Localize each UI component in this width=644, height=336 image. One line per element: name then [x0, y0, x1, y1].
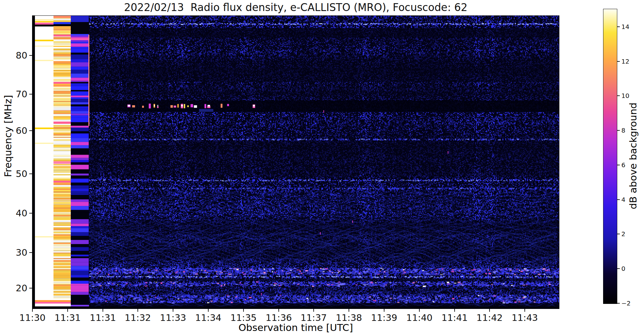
y-tick-mark — [29, 174, 32, 174]
colorbar-tick-mark — [617, 268, 620, 269]
colorbar-tick-mark — [617, 130, 620, 131]
y-tick-label: 30 — [8, 247, 27, 258]
spectrogram-heatmap — [32, 16, 559, 309]
x-tick-mark — [137, 309, 138, 312]
colorbar-tick-label: 6 — [621, 161, 625, 169]
y-tick-mark — [29, 94, 32, 94]
x-tick-label: 11:35 — [230, 312, 257, 323]
y-tick-label: 80 — [8, 50, 27, 61]
y-tick-mark — [29, 130, 32, 131]
x-tick-mark — [489, 309, 490, 312]
colorbar-tick-mark — [617, 95, 620, 96]
x-tick-label: 11:34 — [195, 312, 221, 323]
x-tick-label: 11:40 — [406, 312, 433, 323]
colorbar-tick-label: 14 — [621, 23, 629, 31]
x-tick-mark — [32, 309, 33, 312]
x-tick-label: 11:38 — [336, 312, 362, 323]
x-tick-mark — [173, 309, 173, 312]
colorbar-tick-label: 10 — [621, 92, 629, 100]
plot-frame — [32, 15, 559, 309]
x-tick-label: 11:30 — [19, 312, 46, 323]
colorbar-tick-mark — [617, 234, 620, 234]
colorbar-tick-mark — [617, 26, 620, 27]
y-tick-mark — [29, 288, 32, 288]
x-tick-mark — [454, 309, 455, 312]
colorbar-tick-label: −2 — [621, 299, 630, 307]
y-tick-label: 50 — [8, 168, 27, 179]
y-tick-label: 20 — [8, 283, 27, 293]
figure: 2022/02/13 Radio flux density, e-CALLIST… — [0, 0, 644, 336]
x-axis-label: Observation time [UTC] — [238, 322, 353, 333]
x-tick-label: 11:37 — [300, 312, 327, 323]
x-tick-label: 11:43 — [512, 312, 538, 323]
x-tick-label: 11:32 — [125, 312, 151, 323]
x-tick-mark — [349, 309, 349, 312]
colorbar-label: dB above background — [627, 102, 639, 209]
x-tick-label: 11:31 — [90, 312, 116, 323]
y-tick-label: 70 — [8, 89, 27, 100]
y-tick-label: 60 — [8, 125, 27, 136]
x-tick-label: 11:36 — [266, 312, 292, 323]
x-tick-mark — [419, 309, 420, 312]
y-tick-mark — [29, 252, 32, 253]
colorbar-tick-mark — [617, 303, 620, 304]
x-tick-mark — [278, 309, 279, 312]
colorbar-gradient — [603, 9, 617, 304]
colorbar-tick-mark — [617, 199, 620, 200]
y-tick-label: 40 — [8, 208, 27, 219]
x-tick-mark — [243, 309, 244, 312]
x-tick-mark — [313, 309, 314, 312]
x-tick-label: 11:42 — [476, 312, 503, 323]
colorbar-tick-label: 0 — [621, 265, 625, 272]
x-tick-mark — [103, 309, 103, 312]
chart-title: 2022/02/13 Radio flux density, e-CALLIST… — [124, 1, 468, 14]
colorbar-tick-label: 12 — [621, 58, 629, 65]
x-tick-mark — [384, 309, 384, 312]
colorbar-tick-mark — [617, 165, 620, 165]
x-tick-label: 11:33 — [160, 312, 186, 323]
x-tick-label: 11:39 — [371, 312, 397, 323]
colorbar-tick-label: 2 — [621, 230, 625, 238]
x-tick-label: 11:41 — [441, 312, 468, 323]
x-tick-mark — [524, 309, 525, 312]
y-axis-label: Frequency [MHz] — [2, 95, 14, 177]
x-tick-mark — [67, 309, 68, 312]
x-tick-mark — [208, 309, 209, 312]
x-tick-label: 11:31 — [54, 312, 81, 323]
y-tick-mark — [29, 55, 32, 56]
colorbar-tick-mark — [617, 61, 620, 62]
colorbar-tick-label: 4 — [621, 196, 625, 203]
colorbar-tick-label: 8 — [621, 127, 625, 134]
y-tick-mark — [29, 213, 32, 214]
